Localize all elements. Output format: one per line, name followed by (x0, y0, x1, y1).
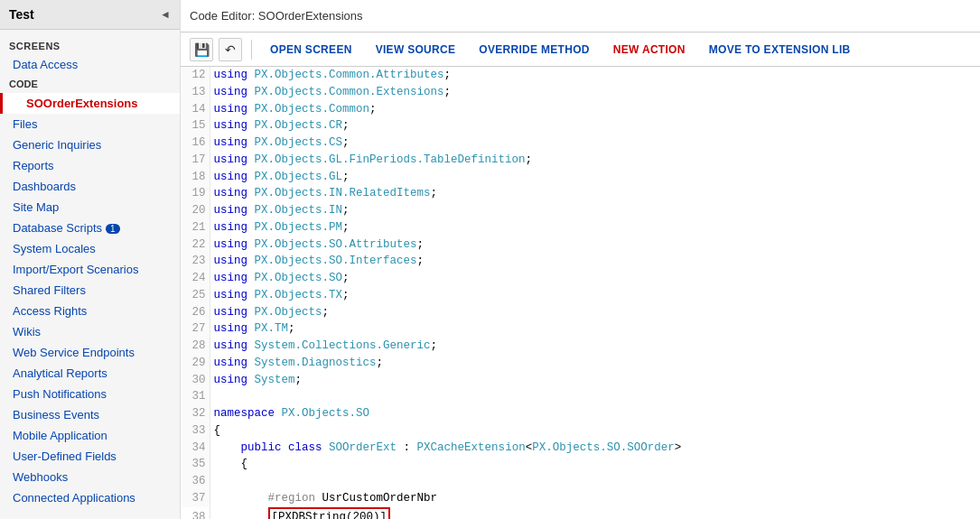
sidebar-item-soorder-extensions[interactable]: SOOrderExtensions (0, 93, 180, 114)
sidebar-item-mobile-application[interactable]: Mobile Application (0, 425, 180, 446)
code-line-18: 18using PX.Objects.GL; (181, 169, 980, 186)
line-content: [PXDBString(200)] (210, 507, 980, 520)
sidebar-item-user-defined-fields[interactable]: User-Defined Fields (0, 446, 180, 467)
sidebar-item-import-export[interactable]: Import/Export Scenarios (0, 259, 180, 280)
code-line-22: 22using PX.Objects.SO.Attributes; (181, 236, 980, 254)
line-content (210, 388, 980, 405)
line-content: using PX.Objects.Common.Attributes; (210, 67, 980, 84)
sidebar-item-wikis[interactable]: Wikis (0, 321, 180, 342)
badge-database-scripts: 1 (106, 224, 120, 234)
screens-label: SCREENS (0, 35, 180, 54)
code-line-24: 24using PX.Objects.SO; (181, 270, 980, 287)
override-method-button[interactable]: OVERRIDE METHOD (470, 41, 599, 59)
line-content: public class SOOrderExt : PXCacheExtensi… (210, 440, 980, 457)
sidebar-item-push-notifications[interactable]: Push Notifications (0, 384, 180, 404)
line-content: { (210, 456, 980, 473)
line-number: 32 (181, 405, 210, 422)
sidebar-item-access-rights[interactable]: Access Rights (0, 301, 180, 321)
sidebar-item-shared-filters[interactable]: Shared Filters (0, 280, 180, 301)
undo-icon: ↶ (225, 42, 236, 57)
line-number: 23 (181, 253, 210, 270)
code-line-31: 31 (181, 388, 980, 405)
sidebar-header[interactable]: Test ◄ (0, 0, 180, 30)
line-content: using PX.Objects.SO.Interfaces; (210, 253, 980, 270)
line-content: using PX.Objects.GL.FinPeriods.TableDefi… (210, 152, 980, 169)
line-number: 22 (181, 236, 210, 254)
code-line-36: 36 (181, 473, 980, 490)
sidebar-collapse-icon[interactable]: ◄ (160, 8, 171, 21)
line-content: { (210, 422, 980, 440)
sidebar-title: Test (9, 7, 34, 22)
sidebar-item-site-map[interactable]: Site Map (0, 197, 180, 218)
code-editor[interactable]: 12using PX.Objects.Common.Attributes;13u… (181, 67, 980, 519)
code-line-15: 15using PX.Objects.CR; (181, 117, 980, 134)
code-line-28: 28using System.Collections.Generic; (181, 338, 980, 355)
line-number: 17 (181, 152, 210, 169)
line-content: #region UsrCustomOrderNbr (210, 490, 980, 507)
sidebar-item-dashboards[interactable]: Dashboards (0, 176, 180, 197)
move-to-ext-lib-button[interactable]: MOVE TO EXTENSION LIB (700, 41, 860, 59)
line-number: 28 (181, 338, 210, 355)
line-number: 12 (181, 67, 210, 84)
sidebar: Test ◄ SCREENS Data AccessCODESOOrderExt… (0, 0, 181, 519)
code-line-14: 14using PX.Objects.Common; (181, 101, 980, 118)
sidebar-item-connected-applications[interactable]: Connected Applications (0, 487, 180, 508)
line-content (210, 473, 980, 490)
line-number: 37 (181, 490, 210, 507)
line-content: using PX.Objects.PM; (210, 219, 980, 236)
new-action-button[interactable]: NEW ACTION (604, 41, 695, 59)
code-table: 12using PX.Objects.Common.Attributes;13u… (181, 67, 980, 519)
sidebar-item-database-scripts[interactable]: Database Scripts1 (0, 218, 180, 238)
sidebar-item-analytical-reports[interactable]: Analytical Reports (0, 363, 180, 384)
line-number: 27 (181, 320, 210, 338)
sidebar-item-files[interactable]: Files (0, 114, 180, 134)
line-number: 29 (181, 355, 210, 372)
open-screen-button[interactable]: OPEN SCREEN (261, 41, 361, 59)
line-content: using PX.Objects.Common; (210, 101, 980, 118)
view-source-button[interactable]: VIEW SOURCE (367, 41, 465, 59)
code-line-35: 35 { (181, 456, 980, 473)
line-content: using PX.TM; (210, 320, 980, 338)
line-number: 25 (181, 287, 210, 304)
sidebar-item-code[interactable]: CODE (0, 75, 180, 93)
code-line-38: 38 [PXDBString(200)] (181, 507, 980, 520)
code-line-19: 19using PX.Objects.IN.RelatedItems; (181, 185, 980, 202)
code-line-30: 30using System; (181, 372, 980, 389)
code-line-29: 29using System.Diagnostics; (181, 355, 980, 372)
line-content: using PX.Objects.CS; (210, 134, 980, 152)
line-number: 33 (181, 422, 210, 440)
code-line-23: 23using PX.Objects.SO.Interfaces; (181, 253, 980, 270)
code-line-21: 21using PX.Objects.PM; (181, 219, 980, 236)
sidebar-item-web-service-endpoints[interactable]: Web Service Endpoints (0, 342, 180, 363)
line-number: 35 (181, 456, 210, 473)
line-number: 30 (181, 372, 210, 389)
sidebar-item-webhooks[interactable]: Webhooks (0, 467, 180, 487)
line-number: 15 (181, 117, 210, 134)
sidebar-item-business-events[interactable]: Business Events (0, 404, 180, 425)
sidebar-items: Data AccessCODESOOrderExtensionsFilesGen… (0, 54, 180, 508)
line-number: 16 (181, 134, 210, 152)
toolbar-separator (251, 40, 252, 60)
save-button[interactable]: 💾 (190, 38, 213, 61)
sidebar-item-data-access[interactable]: Data Access (0, 54, 180, 75)
line-content: using PX.Objects; (210, 304, 980, 321)
code-line-17: 17using PX.Objects.GL.FinPeriods.TableDe… (181, 152, 980, 169)
sidebar-item-system-locales[interactable]: System Locales (0, 238, 180, 259)
line-content: using PX.Objects.GL; (210, 169, 980, 186)
line-content: namespace PX.Objects.SO (210, 405, 980, 422)
code-line-34: 34 public class SOOrderExt : PXCacheExte… (181, 440, 980, 457)
line-content: using PX.Objects.Common.Extensions; (210, 84, 980, 101)
line-content: using PX.Objects.SO.Attributes; (210, 236, 980, 254)
code-line-25: 25using PX.Objects.TX; (181, 287, 980, 304)
line-number: 20 (181, 202, 210, 219)
line-content: using System.Collections.Generic; (210, 338, 980, 355)
code-line-13: 13using PX.Objects.Common.Extensions; (181, 84, 980, 101)
sidebar-item-generic-inquiries[interactable]: Generic Inquiries (0, 134, 180, 155)
undo-button[interactable]: ↶ (219, 38, 242, 61)
code-line-27: 27using PX.TM; (181, 320, 980, 338)
line-content: using System; (210, 372, 980, 389)
code-line-26: 26using PX.Objects; (181, 304, 980, 321)
line-number: 36 (181, 473, 210, 490)
sidebar-item-reports[interactable]: Reports (0, 155, 180, 176)
code-line-12: 12using PX.Objects.Common.Attributes; (181, 67, 980, 84)
